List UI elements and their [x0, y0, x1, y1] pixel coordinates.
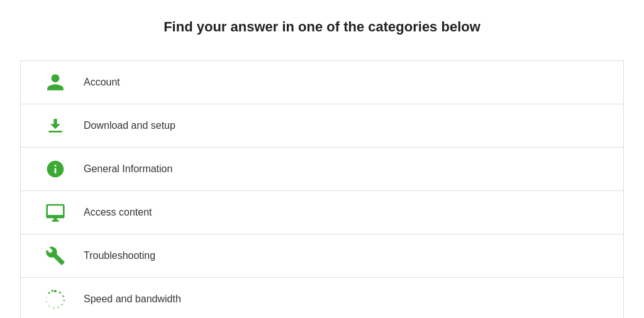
person-icon — [33, 72, 77, 92]
svg-point-11 — [52, 290, 53, 292]
wrench-icon — [33, 246, 77, 266]
svg-point-5 — [57, 306, 59, 308]
category-item-troubleshooting[interactable]: Troubleshooting — [21, 234, 623, 278]
category-label-access-content: Access content — [84, 207, 152, 218]
category-label-speed-bandwidth: Speed and bandwidth — [84, 293, 181, 305]
category-item-account[interactable]: Account — [21, 61, 623, 104]
info-icon — [33, 159, 77, 179]
download-icon — [33, 116, 77, 136]
category-label-troubleshooting: Troubleshooting — [84, 250, 155, 261]
svg-point-3 — [64, 300, 65, 302]
page-title: Find your answer in one of the categorie… — [164, 19, 480, 35]
category-item-download-setup[interactable]: Download and setup — [21, 104, 623, 148]
category-item-general-information[interactable]: General Information — [21, 148, 623, 191]
svg-point-4 — [61, 304, 63, 305]
monitor-icon — [33, 202, 77, 222]
svg-point-2 — [62, 295, 64, 297]
category-item-access-content[interactable]: Access content — [21, 191, 623, 234]
svg-point-10 — [48, 292, 50, 293]
svg-point-8 — [46, 301, 48, 303]
category-item-speed-bandwidth[interactable]: Speed and bandwidth — [21, 278, 623, 318]
category-label-account: Account — [84, 77, 120, 88]
category-label-download-setup: Download and setup — [84, 120, 175, 131]
spinner-icon — [33, 289, 77, 309]
category-label-general-information: General Information — [84, 163, 172, 175]
svg-point-6 — [53, 307, 55, 309]
svg-point-9 — [46, 296, 48, 298]
categories-list: Account Download and setup General Infor… — [20, 60, 624, 318]
svg-point-7 — [48, 305, 50, 307]
svg-point-1 — [59, 292, 61, 293]
svg-point-0 — [54, 290, 57, 292]
